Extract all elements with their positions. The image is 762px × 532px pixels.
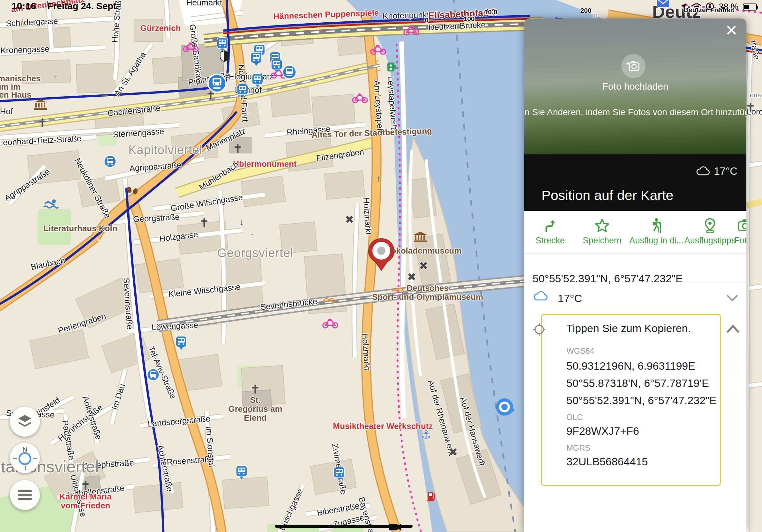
action-bar: StreckeSpeichernAusflug in di...Ausflugs…: [524, 211, 746, 253]
weather-row[interactable]: 17°C: [524, 283, 746, 314]
current-location-puck: [494, 395, 517, 420]
pin-icon: [704, 218, 717, 233]
action-speichern[interactable]: Speichern: [576, 211, 628, 253]
wifi-icon: [692, 3, 701, 12]
chevron-down-icon[interactable]: [726, 294, 739, 302]
battery-percent: 38 %: [719, 2, 738, 12]
star-icon: [595, 218, 609, 233]
compass-button[interactable]: N: [10, 443, 40, 473]
home-indicator[interactable]: [275, 525, 413, 528]
coord-value[interactable]: 9F28WXJ7+F6: [567, 425, 639, 437]
cloud-icon: [696, 166, 710, 176]
coord-value[interactable]: 32ULB56864415: [567, 455, 648, 468]
battery-icon: [743, 4, 757, 11]
route-icon: [543, 218, 557, 233]
map-pin[interactable]: [366, 237, 397, 273]
coord-format-label: MGRS: [567, 443, 590, 453]
add-photo-icon[interactable]: [621, 54, 646, 78]
action-strecke[interactable]: Strecke: [525, 211, 575, 253]
photo-upload-area[interactable]: Foto hochladen Helfen Sie Anderen, indem…: [524, 19, 746, 154]
coord-format-label: OLC: [567, 413, 583, 422]
hike-icon: [650, 218, 663, 233]
layers-button[interactable]: [10, 407, 40, 436]
app-screen: am OffenbachplatzSchildergasseKronengass…: [0, 0, 762, 532]
photo-helper-text: Helfen Sie Anderen, indem Sie Fotos von …: [524, 107, 746, 117]
status-bar-left: 10:16 Freitag 24. Sept.: [12, 1, 119, 12]
action-fotos[interactable]: Fotos: [720, 211, 746, 253]
photo-icon: [738, 218, 746, 233]
location-arrow-icon: [680, 3, 687, 12]
coord-value[interactable]: 50.9312196N, 6.9631199E: [567, 360, 695, 372]
panel-header: 17°C Position auf der Karte: [524, 154, 746, 211]
coord-value[interactable]: 50°55'52.391"N, 6°57'47.232"E: [567, 394, 717, 407]
layers-icon: [17, 414, 33, 430]
status-bar-right: 38 %: [680, 2, 757, 12]
weather-temp: 17°C: [558, 292, 582, 304]
cloud-icon: [533, 291, 548, 302]
place-panel: Foto hochladen Helfen Sie Anderen, indem…: [524, 19, 746, 532]
clock: 10:16: [12, 1, 36, 12]
action-ausflug-in-di-[interactable]: Ausflug in di...: [631, 211, 682, 253]
hamburger-icon: [18, 490, 32, 500]
coord-format-label: WGS84: [567, 346, 594, 356]
date: Freitag 24. Sept.: [47, 1, 119, 12]
page-title: Position auf der Karte: [542, 187, 674, 203]
chevron-up-icon[interactable]: [726, 324, 740, 334]
orientation-lock-icon: [706, 2, 714, 12]
crosshair-icon: [532, 322, 547, 337]
menu-button[interactable]: [10, 480, 40, 510]
compass-icon: N: [10, 443, 40, 473]
coord-value[interactable]: 50°55.87318'N, 6°57.78719'E: [567, 377, 709, 389]
header-weather: 17°C: [696, 165, 737, 177]
close-icon[interactable]: ✕: [725, 23, 738, 38]
photo-upload-label: Foto hochladen: [524, 81, 746, 92]
copy-hint[interactable]: Tippen Sie zum Kopieren.: [567, 322, 691, 335]
